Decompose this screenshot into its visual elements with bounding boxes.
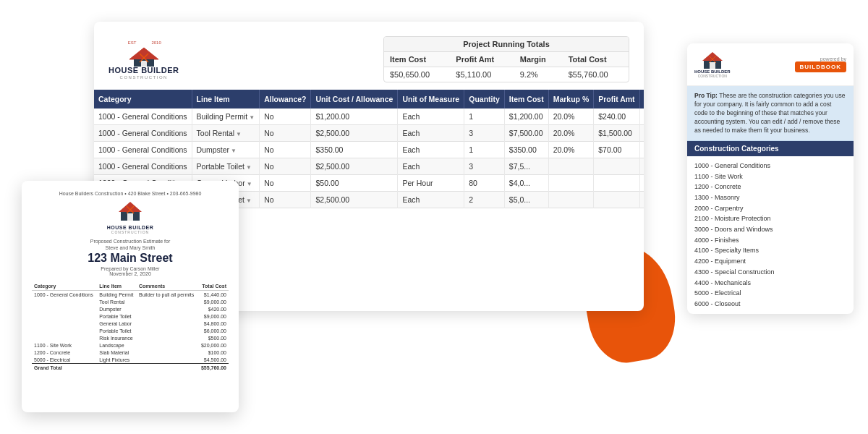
dropdown-arrow-icon[interactable]: ▼ bbox=[246, 164, 252, 171]
spreadsheet-cell: $1,200.00 bbox=[504, 109, 548, 125]
spreadsheet-cell: $7,5... bbox=[504, 158, 548, 175]
spreadsheet-cell: $2,500.00 bbox=[311, 158, 398, 175]
spreadsheet-cell: Each bbox=[398, 192, 464, 208]
pro-tip-label: Pro Tip: bbox=[694, 92, 718, 99]
doc-cell: 1200 - Concrete bbox=[32, 349, 97, 356]
spreadsheet-cell: 1000 - General Conditions bbox=[94, 109, 192, 125]
doc-house-icon bbox=[116, 200, 145, 222]
doc-cell bbox=[137, 327, 198, 334]
spreadsheet-cell: 20.0% bbox=[548, 125, 594, 142]
doc-row: 5000 - ElectricalLight Fixtures$4,500.00 bbox=[32, 356, 229, 364]
category-item[interactable]: 4400 - Mechanicals bbox=[694, 278, 846, 289]
category-item[interactable]: 2000 - Carpentry bbox=[694, 203, 846, 214]
doc-logo: HOUSE BUILDER CONSTRUCTION bbox=[32, 200, 229, 234]
doc-client: Steve and Mary Smith bbox=[32, 245, 229, 250]
dropdown-arrow-icon[interactable]: ▼ bbox=[249, 114, 255, 121]
spreadsheet-cell[interactable]: Building Permit ▼ bbox=[192, 109, 260, 125]
dropdown-arrow-icon[interactable]: ▼ bbox=[247, 181, 252, 187]
info-panel-header: HOUSE BUILDER CONSTRUCTION powered by BU… bbox=[687, 43, 854, 86]
info-logo-left: HOUSE BUILDER CONSTRUCTION bbox=[694, 51, 731, 78]
spreadsheet-cell: 3 bbox=[464, 125, 505, 142]
rt-col-item-cost: Item Cost bbox=[384, 52, 450, 67]
est-label: EST bbox=[128, 41, 137, 45]
category-item[interactable]: 1100 - Site Work bbox=[694, 171, 846, 182]
category-item[interactable]: 6000 - Closeout bbox=[694, 299, 846, 310]
spreadsheet-cell[interactable]: Dumpster ▼ bbox=[192, 142, 260, 158]
doc-col-comments: Comments bbox=[137, 282, 198, 291]
powered-by-section: powered by BUILDBOOK bbox=[795, 56, 846, 72]
info-panel: HOUSE BUILDER CONSTRUCTION powered by BU… bbox=[687, 43, 854, 314]
doc-row: Tool Rental$9,000.00 bbox=[32, 298, 229, 305]
doc-row: Risk Insurance$500.00 bbox=[32, 334, 229, 341]
doc-cell: 1000 - General Conditions bbox=[32, 291, 97, 299]
doc-col-line-item: Line Item bbox=[97, 282, 137, 291]
doc-brand-sub: CONSTRUCTION bbox=[32, 230, 229, 234]
doc-row: Portable Toilet$6,000.00 bbox=[32, 327, 229, 334]
doc-table: Category Line Item Comments Total Cost 1… bbox=[32, 282, 229, 371]
col-unit-cost: Unit Cost / Allowance bbox=[311, 90, 398, 109]
doc-cell: Landscape bbox=[97, 341, 137, 349]
col-item-cost: Item Cost bbox=[504, 90, 548, 109]
spreadsheet-row: 1000 - General ConditionsDumpster ▼No$35… bbox=[94, 142, 644, 158]
spreadsheet-cell: Each bbox=[398, 109, 464, 125]
spreadsheet-cell: $1,200.00 bbox=[311, 109, 398, 125]
col-allowance: Allowance? bbox=[260, 90, 311, 109]
dropdown-arrow-icon[interactable]: ▼ bbox=[246, 197, 252, 204]
category-item[interactable]: 1200 - Concrete bbox=[694, 182, 846, 193]
spreadsheet-cell[interactable]: Portable Toilet ▼ bbox=[192, 158, 260, 175]
doc-col-category: Category bbox=[32, 282, 97, 291]
category-item[interactable]: 1300 - Masonry bbox=[694, 193, 846, 204]
category-item[interactable]: 4100 - Specialty Items bbox=[694, 246, 846, 257]
doc-cell bbox=[137, 305, 198, 312]
dropdown-arrow-icon[interactable]: ▼ bbox=[236, 131, 242, 137]
running-totals-title: Project Running Totals bbox=[384, 37, 629, 52]
categories-header: Construction Categories bbox=[687, 141, 854, 156]
doc-cell bbox=[32, 298, 97, 305]
spreadsheet-cell: $2,500.00 bbox=[311, 125, 398, 142]
spreadsheet-cell: Each bbox=[398, 158, 464, 175]
doc-cell: $1,440.00 bbox=[198, 291, 229, 299]
doc-cell: Risk Insurance bbox=[97, 334, 137, 341]
category-item[interactable]: 1000 - General Conditions bbox=[694, 161, 846, 171]
doc-cell: $20,000.00 bbox=[198, 341, 229, 349]
doc-cell: $4,500.00 bbox=[198, 356, 229, 364]
doc-cell bbox=[137, 312, 198, 320]
pro-tip-body: These are the construction categories yo… bbox=[694, 92, 846, 134]
category-item[interactable]: 3000 - Doors and Windows bbox=[694, 225, 846, 236]
grand-total-value bbox=[137, 364, 198, 372]
doc-cell bbox=[137, 298, 198, 305]
spreadsheet-cell bbox=[639, 158, 644, 175]
spreadsheet-cell: 16.7% bbox=[639, 125, 644, 142]
spreadsheet-cell: $350.00 bbox=[504, 142, 548, 158]
doc-cell: 5000 - Electrical bbox=[32, 356, 97, 364]
doc-brand-name: HOUSE BUILDER bbox=[32, 225, 229, 230]
spreadsheet-cell bbox=[594, 192, 639, 208]
spreadsheet-row: 1000 - General ConditionsBuilding Permit… bbox=[94, 109, 644, 125]
doc-cell: $500.00 bbox=[198, 334, 229, 341]
spreadsheet-row: 1000 - General ConditionsTool Rental ▼No… bbox=[94, 125, 644, 142]
category-item[interactable]: 4000 - Finishes bbox=[694, 235, 846, 246]
info-brand-sub: CONSTRUCTION bbox=[698, 74, 727, 78]
doc-cell: $9,000.00 bbox=[198, 298, 229, 305]
rt-margin: 9.2% bbox=[514, 67, 563, 82]
spreadsheet-cell: $350.00 bbox=[311, 142, 398, 158]
year-label: 2010 bbox=[151, 41, 161, 45]
scene: EST 2010 HOUSE BUILDER CONSTRUCTION bbox=[0, 0, 868, 434]
doc-grand-total-row: Grand Total$55,760.00 bbox=[32, 364, 229, 372]
dropdown-arrow-icon[interactable]: ▼ bbox=[231, 148, 237, 154]
category-item[interactable]: 4300 - Special Construction bbox=[694, 267, 846, 278]
rt-col-profit-amt: Profit Amt bbox=[450, 52, 514, 67]
category-item[interactable]: 4200 - Equipment bbox=[694, 257, 846, 268]
spreadsheet-cell: 1000 - General Conditions bbox=[94, 158, 192, 175]
powered-by-text: powered by bbox=[795, 56, 846, 61]
doc-cell bbox=[32, 305, 97, 312]
category-item[interactable]: 5000 - Electrical bbox=[694, 289, 846, 299]
rt-item-cost: $50,650.00 bbox=[384, 67, 450, 82]
spreadsheet-cell: 20.0% bbox=[548, 142, 594, 158]
spreadsheet-cell: No bbox=[260, 192, 311, 208]
category-item[interactable]: 2100 - Moisture Protection bbox=[694, 214, 846, 225]
grand-total-value: $55,760.00 bbox=[198, 364, 229, 372]
col-profit-amt: Profit Amt bbox=[594, 90, 639, 109]
spreadsheet-cell[interactable]: Tool Rental ▼ bbox=[192, 125, 260, 142]
spreadsheet-cell bbox=[594, 175, 639, 192]
